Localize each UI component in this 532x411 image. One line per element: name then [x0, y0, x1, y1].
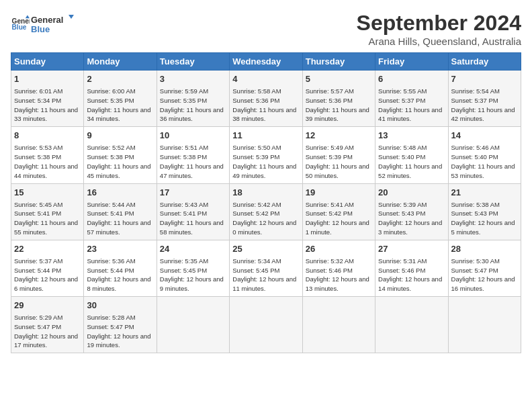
day-number: 16 — [87, 187, 153, 199]
day-info: Sunrise: 5:35 AM Sunset: 5:45 PM Dayligh… — [160, 257, 226, 293]
day-number: 19 — [306, 187, 372, 199]
calendar-cell: 13Sunrise: 5:48 AM Sunset: 5:40 PM Dayli… — [375, 127, 448, 183]
day-number: 17 — [160, 187, 226, 199]
week-row-2: 8Sunrise: 5:53 AM Sunset: 5:38 PM Daylig… — [11, 127, 521, 183]
calendar-cell: 1Sunrise: 6:01 AM Sunset: 5:34 PM Daylig… — [11, 71, 84, 127]
day-info: Sunrise: 6:01 AM Sunset: 5:34 PM Dayligh… — [14, 87, 81, 124]
day-number: 6 — [378, 73, 445, 85]
day-info: Sunrise: 5:55 AM Sunset: 5:37 PM Dayligh… — [378, 87, 445, 124]
day-number: 25 — [232, 243, 299, 255]
day-number: 24 — [160, 243, 226, 255]
day-number: 5 — [306, 73, 372, 85]
calendar-cell: 4Sunrise: 5:58 AM Sunset: 5:36 PM Daylig… — [230, 71, 302, 127]
header-sunday: Sunday — [11, 53, 84, 71]
calendar-cell: 11Sunrise: 5:50 AM Sunset: 5:39 PM Dayli… — [230, 127, 302, 183]
day-number: 18 — [232, 187, 299, 199]
header-wednesday: Wednesday — [230, 53, 302, 71]
day-info: Sunrise: 5:59 AM Sunset: 5:35 PM Dayligh… — [160, 87, 226, 124]
day-number: 2 — [87, 73, 153, 85]
day-info: Sunrise: 5:36 AM Sunset: 5:44 PM Dayligh… — [87, 257, 153, 293]
day-number: 21 — [451, 187, 518, 199]
calendar-cell: 26Sunrise: 5:32 AM Sunset: 5:46 PM Dayli… — [302, 240, 375, 296]
calendar-cell: 14Sunrise: 5:46 AM Sunset: 5:40 PM Dayli… — [448, 127, 521, 183]
calendar-cell: 30Sunrise: 5:28 AM Sunset: 5:47 PM Dayli… — [84, 297, 157, 353]
svg-marker-2 — [26, 15, 30, 19]
calendar-cell — [230, 297, 302, 353]
main-title: September 2024 — [357, 11, 521, 36]
calendar-cell: 2Sunrise: 6:00 AM Sunset: 5:35 PM Daylig… — [84, 71, 157, 127]
header-tuesday: Tuesday — [157, 53, 229, 71]
day-number: 28 — [451, 243, 518, 255]
day-info: Sunrise: 5:31 AM Sunset: 5:46 PM Dayligh… — [378, 257, 445, 293]
day-info: Sunrise: 5:42 AM Sunset: 5:42 PM Dayligh… — [232, 200, 299, 237]
day-info: Sunrise: 5:32 AM Sunset: 5:46 PM Dayligh… — [306, 257, 372, 293]
calendar-table: SundayMondayTuesdayWednesdayThursdayFrid… — [11, 52, 521, 353]
day-number: 1 — [14, 73, 81, 85]
day-info: Sunrise: 6:00 AM Sunset: 5:35 PM Dayligh… — [87, 87, 153, 124]
calendar-cell: 3Sunrise: 5:59 AM Sunset: 5:35 PM Daylig… — [157, 71, 229, 127]
day-number: 8 — [14, 130, 81, 142]
day-number: 12 — [306, 130, 372, 142]
general-blue-logo: General Blue — [31, 13, 78, 36]
calendar-cell: 22Sunrise: 5:37 AM Sunset: 5:44 PM Dayli… — [11, 240, 84, 296]
calendar-cell — [302, 297, 375, 353]
calendar-cell: 15Sunrise: 5:45 AM Sunset: 5:41 PM Dayli… — [11, 183, 84, 240]
svg-text:Blue: Blue — [12, 24, 27, 31]
calendar-cell — [375, 297, 448, 353]
calendar-cell: 5Sunrise: 5:57 AM Sunset: 5:36 PM Daylig… — [302, 71, 375, 127]
day-info: Sunrise: 5:34 AM Sunset: 5:45 PM Dayligh… — [232, 257, 299, 293]
day-info: Sunrise: 5:52 AM Sunset: 5:38 PM Dayligh… — [87, 143, 153, 180]
svg-text:Blue: Blue — [31, 24, 50, 34]
header-monday: Monday — [84, 53, 157, 71]
day-number: 10 — [160, 130, 226, 142]
week-row-5: 29Sunrise: 5:29 AM Sunset: 5:47 PM Dayli… — [11, 297, 521, 353]
day-info: Sunrise: 5:49 AM Sunset: 5:39 PM Dayligh… — [306, 143, 372, 180]
calendar-cell: 18Sunrise: 5:42 AM Sunset: 5:42 PM Dayli… — [230, 183, 302, 240]
day-info: Sunrise: 5:53 AM Sunset: 5:38 PM Dayligh… — [14, 143, 81, 180]
calendar-cell: 21Sunrise: 5:38 AM Sunset: 5:43 PM Dayli… — [448, 183, 521, 240]
calendar-cell — [157, 297, 229, 353]
calendar-cell: 28Sunrise: 5:30 AM Sunset: 5:47 PM Dayli… — [448, 240, 521, 296]
calendar-cell: 9Sunrise: 5:52 AM Sunset: 5:38 PM Daylig… — [84, 127, 157, 183]
calendar-cell: 23Sunrise: 5:36 AM Sunset: 5:44 PM Dayli… — [84, 240, 157, 296]
title-block: September 2024 Arana Hills, Queensland, … — [357, 11, 521, 47]
calendar-cell: 17Sunrise: 5:43 AM Sunset: 5:41 PM Dayli… — [157, 183, 229, 240]
day-info: Sunrise: 5:28 AM Sunset: 5:47 PM Dayligh… — [87, 313, 153, 350]
day-info: Sunrise: 5:44 AM Sunset: 5:41 PM Dayligh… — [87, 200, 153, 237]
calendar-cell: 20Sunrise: 5:39 AM Sunset: 5:43 PM Dayli… — [375, 183, 448, 240]
calendar-cell: 16Sunrise: 5:44 AM Sunset: 5:41 PM Dayli… — [84, 183, 157, 240]
week-row-4: 22Sunrise: 5:37 AM Sunset: 5:44 PM Dayli… — [11, 240, 521, 296]
day-number: 30 — [87, 300, 153, 312]
week-row-1: 1Sunrise: 6:01 AM Sunset: 5:34 PM Daylig… — [11, 71, 521, 127]
day-number: 3 — [160, 73, 226, 85]
header-saturday: Saturday — [448, 53, 521, 71]
calendar-header-row: SundayMondayTuesdayWednesdayThursdayFrid… — [11, 53, 521, 71]
day-info: Sunrise: 5:29 AM Sunset: 5:47 PM Dayligh… — [14, 313, 81, 350]
subtitle: Arana Hills, Queensland, Australia — [357, 36, 521, 47]
calendar-cell: 29Sunrise: 5:29 AM Sunset: 5:47 PM Dayli… — [11, 297, 84, 353]
calendar-cell: 12Sunrise: 5:49 AM Sunset: 5:39 PM Dayli… — [302, 127, 375, 183]
day-info: Sunrise: 5:50 AM Sunset: 5:39 PM Dayligh… — [232, 143, 299, 180]
svg-marker-4 — [69, 15, 74, 19]
day-number: 13 — [378, 130, 445, 142]
page-header: General Blue General Blue September 2024… — [11, 11, 521, 47]
calendar-cell — [448, 297, 521, 353]
header-friday: Friday — [375, 53, 448, 71]
header-thursday: Thursday — [302, 53, 375, 71]
day-number: 4 — [232, 73, 299, 85]
calendar-cell: 8Sunrise: 5:53 AM Sunset: 5:38 PM Daylig… — [11, 127, 84, 183]
day-number: 22 — [14, 243, 81, 255]
logo: General Blue General Blue — [11, 11, 78, 36]
day-number: 23 — [87, 243, 153, 255]
day-info: Sunrise: 5:51 AM Sunset: 5:38 PM Dayligh… — [160, 143, 226, 180]
day-info: Sunrise: 5:58 AM Sunset: 5:36 PM Dayligh… — [232, 87, 299, 124]
day-number: 9 — [87, 130, 153, 142]
day-info: Sunrise: 5:45 AM Sunset: 5:41 PM Dayligh… — [14, 200, 81, 237]
day-number: 29 — [14, 300, 81, 312]
day-number: 15 — [14, 187, 81, 199]
day-info: Sunrise: 5:46 AM Sunset: 5:40 PM Dayligh… — [451, 143, 518, 180]
calendar-cell: 27Sunrise: 5:31 AM Sunset: 5:46 PM Dayli… — [375, 240, 448, 296]
calendar-cell: 6Sunrise: 5:55 AM Sunset: 5:37 PM Daylig… — [375, 71, 448, 127]
day-number: 26 — [306, 243, 372, 255]
day-info: Sunrise: 5:41 AM Sunset: 5:42 PM Dayligh… — [306, 200, 372, 237]
